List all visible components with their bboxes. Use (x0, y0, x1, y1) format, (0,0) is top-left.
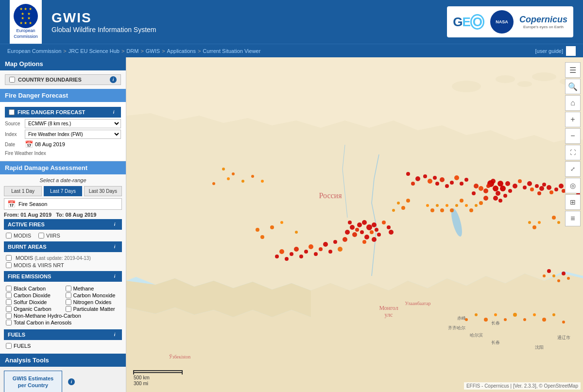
last-30-days-btn[interactable]: Last 30 Days (84, 186, 122, 196)
last-7-days-btn[interactable]: Last 7 Days (44, 186, 82, 196)
last-1-day-btn[interactable]: Last 1 Day (4, 186, 42, 196)
fire-emissions-info-icon[interactable]: i (111, 273, 118, 280)
fire-danger-header[interactable]: Fire Danger Forecast (0, 89, 126, 102)
svg-point-31 (348, 221, 352, 224)
breadcrumb-ec[interactable]: European Commission (7, 48, 61, 54)
black-carbon-checkbox[interactable] (6, 286, 12, 291)
search-btn[interactable]: 🔍 (565, 79, 581, 94)
breadcrumb-applications[interactable]: Applications (167, 48, 196, 54)
up-arrow-btn[interactable]: ▲ (566, 46, 576, 56)
svg-point-75 (433, 176, 437, 180)
location-btn[interactable]: ◎ (565, 178, 581, 193)
organic-carbon-checkbox[interactable] (6, 306, 12, 312)
index-select[interactable]: Fire Weather Index (FWI) (25, 130, 121, 139)
nitrogen-oxides-checkbox[interactable] (66, 299, 71, 305)
list-btn[interactable]: ≡ (565, 211, 581, 226)
fire-danger-checkbox[interactable] (9, 109, 15, 115)
svg-point-21 (370, 230, 374, 234)
svg-text:500 km: 500 km (134, 375, 150, 380)
svg-point-45 (508, 189, 512, 193)
svg-point-72 (411, 182, 415, 186)
svg-point-122 (557, 221, 560, 224)
rapid-damage-header[interactable]: Rapid Damage Assessment (0, 161, 126, 174)
analysis-tools-header[interactable]: Analysis Tools (0, 354, 126, 367)
svg-point-4 (532, 72, 556, 81)
svg-point-17 (360, 230, 364, 234)
zoom-out-btn[interactable]: − (565, 128, 581, 144)
menu-btn[interactable]: ☰ (565, 62, 581, 78)
fuels-checkbox[interactable] (6, 343, 12, 349)
breadcrumb-viewer[interactable]: Current Situation Viewer (203, 48, 260, 54)
app-title-block: GWIS Global Wildfire Information System (51, 10, 156, 34)
calendar-icon[interactable]: 📅 (25, 140, 33, 148)
svg-point-47 (513, 184, 517, 188)
svg-point-30 (343, 237, 347, 242)
svg-point-26 (350, 225, 355, 230)
svg-point-39 (491, 179, 496, 184)
modis-viirs-burnt-checkbox[interactable] (6, 262, 12, 268)
breadcrumb-links: European Commission > JRC EU Science Hub… (7, 48, 260, 54)
date-row: Date 📅 08 Aug 2019 (5, 140, 121, 148)
fuels-header: FUELS i (4, 329, 122, 340)
fire-danger-subsection: FIRE DANGER FORECAST i (5, 107, 121, 118)
zoom-in-btn[interactable]: + (565, 112, 581, 127)
methane-checkbox[interactable] (66, 286, 71, 291)
svg-point-76 (435, 182, 439, 186)
svg-point-120 (538, 221, 541, 224)
country-boundaries-btn[interactable]: COUNTRY BOUNDARIES i (5, 74, 121, 85)
country-info-icon[interactable]: i (110, 76, 117, 83)
viirs-checkbox[interactable] (38, 233, 44, 239)
carbon-monoxide-checkbox[interactable] (66, 292, 71, 298)
svg-point-49 (518, 179, 522, 183)
svg-point-85 (328, 250, 332, 254)
modis-checkbox[interactable] (6, 233, 12, 239)
total-carbon-checkbox[interactable] (6, 320, 12, 325)
svg-point-48 (472, 191, 476, 195)
svg-point-42 (500, 186, 506, 191)
fullscreen-btn[interactable]: ⛶ (565, 145, 581, 160)
rda-subtitle: Select a date-range (4, 177, 122, 183)
svg-point-110 (446, 204, 448, 207)
burnt-areas-info-icon[interactable]: i (111, 243, 118, 250)
to-date: 08 Aug 2019 (66, 212, 97, 218)
modis-burnt-checkbox[interactable] (6, 255, 12, 261)
svg-point-123 (543, 274, 546, 277)
svg-text:齐齐哈尔: 齐齐哈尔 (448, 325, 465, 330)
app-header: ★ ★ ★★ ★★ ★★ ★ ★ European Commission GWI… (0, 0, 583, 44)
total-carbon-label: Total Carbon in Aerosols (6, 320, 120, 325)
collapse-btn[interactable]: ⤢ (565, 161, 581, 177)
index-row: Index Fire Weather Index (FWI) (5, 130, 121, 139)
layers-btn[interactable]: ⊞ (565, 194, 581, 210)
svg-point-55 (527, 181, 532, 186)
gwis-estimates-btn[interactable]: GWIS Estimatesper Country (4, 371, 62, 392)
copernicus-logo: Copernicus Europe's eyes on Earth (519, 15, 567, 29)
svg-point-90 (304, 250, 308, 254)
app-subtitle: Global Wildfire Information System (51, 26, 156, 34)
carbon-dioxide-checkbox[interactable] (6, 292, 12, 298)
breadcrumb-drm[interactable]: DRM (126, 48, 138, 54)
breadcrumb-jrc[interactable]: JRC EU Science Hub (69, 48, 120, 54)
main-layout: Map Options COUNTRY BOUNDARIES i Fire Da… (0, 57, 583, 392)
svg-point-32 (389, 230, 394, 235)
svg-point-28 (345, 230, 350, 235)
svg-text:沈阳: 沈阳 (535, 345, 544, 350)
fire-emissions-header: FIRE EMISSIONS i (4, 271, 122, 282)
source-select[interactable]: ECMWF (8 km res.) (25, 119, 121, 128)
svg-point-127 (562, 272, 566, 275)
fire-emissions-options: Black Carbon Methane Carbon Dioxide Carb… (4, 284, 122, 327)
svg-text:通辽市: 通辽市 (557, 335, 570, 340)
analysis-info-icon[interactable]: i (68, 378, 75, 385)
svg-point-109 (440, 208, 444, 212)
particulate-matter-checkbox[interactable] (66, 306, 71, 312)
non-methane-checkbox[interactable] (6, 313, 12, 319)
sulfur-dioxide-checkbox[interactable] (6, 299, 12, 305)
map-options-header[interactable]: Map Options (0, 57, 126, 70)
fuels-info-icon[interactable]: i (111, 331, 118, 338)
active-fires-info-icon[interactable]: i (111, 221, 118, 228)
fire-danger-info-icon[interactable]: i (110, 109, 117, 116)
user-guide-link[interactable]: [user guide] (535, 48, 563, 54)
country-boundaries-checkbox[interactable] (9, 77, 15, 83)
breadcrumb-gwis[interactable]: GWIS (146, 48, 160, 54)
home-btn[interactable]: ⌂ (565, 95, 581, 111)
fire-season-cal-icon[interactable]: 📅 (7, 200, 16, 208)
